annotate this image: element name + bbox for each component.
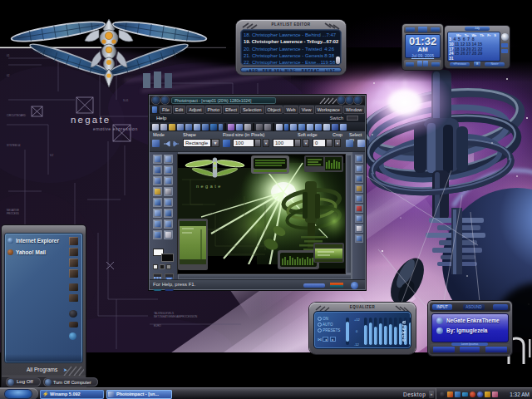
svg-text:V.2: V.2 xyxy=(50,154,54,157)
svg-text:negate: negate xyxy=(71,115,111,125)
svg-text:SYSTEM 04: SYSTEM 04 xyxy=(7,144,21,147)
svg-text:CIRCUITBOARD: CIRCUITBOARD xyxy=(7,114,27,117)
svg-text:-12: -12 xyxy=(354,342,360,347)
svg-text:NETONEATIVEMEGAMPROCESSION: NETONEATIVEMEGAMPROCESSION xyxy=(154,315,197,318)
svg-text:S-01: S-01 xyxy=(123,99,129,102)
svg-text:+12: +12 xyxy=(354,318,361,322)
svg-text:0: 0 xyxy=(356,329,358,333)
svg-text:EURO: EURO xyxy=(154,324,161,328)
svg-text:emotive expression: emotive expression xyxy=(93,126,138,131)
svg-text:PROCESS: PROCESS xyxy=(7,212,19,215)
svg-text:negate: negate xyxy=(196,184,223,189)
